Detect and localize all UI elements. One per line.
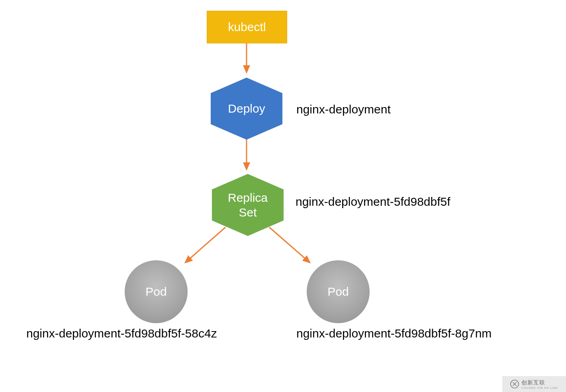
watermark-text: 创新互联 xyxy=(521,379,558,386)
watermark: 创新互联 CHUANG XIN HU LIAN xyxy=(502,376,566,392)
replicaset-node: Replica Set xyxy=(212,174,284,236)
kubectl-label: kubectl xyxy=(228,20,266,34)
replicaset-label-line2: Set xyxy=(228,205,268,220)
pod-left-caption: nginx-deployment-5fd98dbf5f-58c4z xyxy=(26,327,217,340)
pod-left-node: Pod xyxy=(125,260,188,323)
watermark-sub: CHUANG XIN HU LIAN xyxy=(521,386,558,389)
svg-line-2 xyxy=(185,227,225,263)
deploy-node: Deploy xyxy=(211,78,282,140)
kubectl-node: kubectl xyxy=(207,11,287,43)
replicaset-label-line1: Replica xyxy=(228,190,268,205)
replicaset-side-label: nginx-deployment-5fd98dbf5f xyxy=(296,195,450,209)
pod-left-label: Pod xyxy=(145,285,166,298)
pod-right-caption: nginx-deployment-5fd98dbf5f-8g7nm xyxy=(296,327,492,340)
pod-right-label: Pod xyxy=(327,285,349,298)
deploy-side-label: nginx-deployment xyxy=(296,103,391,116)
deploy-label: Deploy xyxy=(228,101,265,116)
svg-line-3 xyxy=(269,227,310,263)
pod-right-node: Pod xyxy=(307,260,370,323)
watermark-icon xyxy=(510,380,519,388)
